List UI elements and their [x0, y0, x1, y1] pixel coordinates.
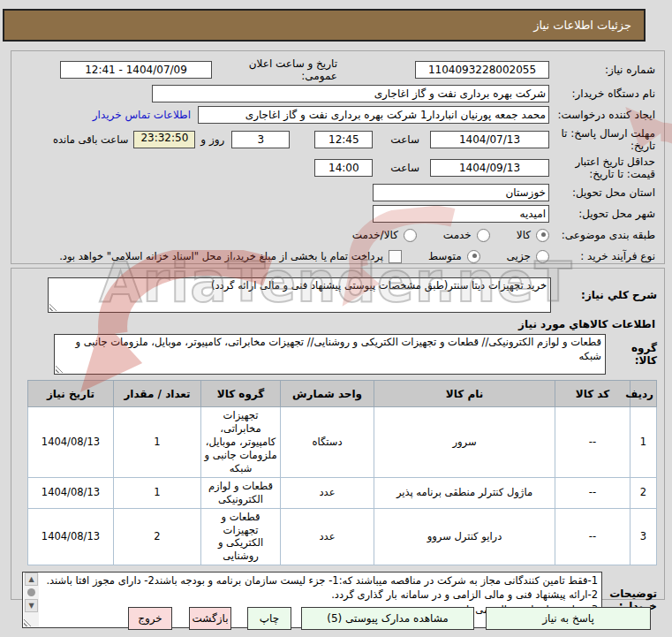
- treasury-docs-checkbox-label: پرداخت تمام یا بخشی از مبلغ خرید،از محل …: [59, 250, 383, 262]
- request-creator-label: ایجاد کننده درخواست:: [549, 109, 655, 121]
- column-header: کد کالا: [555, 381, 630, 407]
- radio-option-label: کالا: [517, 229, 531, 241]
- radio-option[interactable]: متوسط: [428, 250, 480, 263]
- table-cell: قطعات و لوازم الکترونیکی: [201, 477, 281, 508]
- table-cell: تجهیزات مخابراتی، کامپیوتر، موبایل، ملزو…: [201, 407, 281, 478]
- description-textarea[interactable]: خرید تجهیزات دیتا سنتر(طبق مشخصات پیوستی…: [48, 277, 551, 313]
- remaining-days-input[interactable]: [231, 131, 290, 148]
- table-row: 1--سروردستگاهتجهیزات مخابراتی، کامپیوتر،…: [28, 407, 657, 478]
- announce-datetime-label: تاریخ و ساعت اعلان عمومی:: [212, 57, 337, 82]
- column-header: تعداد / مقدار: [114, 381, 201, 407]
- table-cell: --: [555, 407, 630, 478]
- purchase-type-options: جزییمتوسط: [402, 250, 549, 263]
- need-number-label: شماره نیاز:: [549, 64, 655, 76]
- items-table-head-row: ردیفکد کالانام کالاواحد شمارشگروه کالاتع…: [28, 381, 657, 407]
- print-button[interactable]: چاپ: [247, 607, 291, 630]
- scrollbar-thumb[interactable]: [27, 588, 35, 596]
- items-table: ردیفکد کالانام کالاواحد شمارشگروه کالاتع…: [27, 380, 657, 565]
- purchase-type-row: نوع فرآیند خرید : جزییمتوسط پرداخت تمام …: [20, 246, 655, 266]
- column-header: نام کالا: [374, 381, 555, 407]
- radio-unselected-icon[interactable]: [536, 250, 549, 263]
- price-validity-label: حداقل تاریخ اعتبار قیمت: تا تاریخ:: [549, 155, 655, 181]
- radio-option-label: خدمت: [443, 229, 472, 241]
- city-input[interactable]: [373, 205, 549, 223]
- table-cell: 2: [114, 508, 201, 565]
- table-cell: ماژول کنترلر منطقی برنامه پذیر: [374, 477, 555, 508]
- description-row: شرح كلي نیاز: خرید تجهیزات دیتا سنتر(طبق…: [19, 277, 657, 313]
- table-row: 3--درایو کنترل سرووعددقطعات و تجهیزات ال…: [28, 508, 657, 565]
- table-cell: 1404/08/13: [28, 477, 114, 508]
- countdown-label: ساعت باقی مانده: [53, 133, 128, 146]
- view-attachments-button[interactable]: مشاهده مدارک پیوستی (5): [301, 607, 474, 630]
- items-table-body: 1--سروردستگاهتجهیزات مخابراتی، کامپیوتر،…: [28, 407, 657, 565]
- goods-group-label: گروه کالا:: [606, 342, 657, 367]
- reply-to-need-button[interactable]: پاسخ به نیاز: [486, 607, 651, 630]
- radio-unselected-icon[interactable]: [404, 229, 417, 242]
- back-button[interactable]: بازگشت: [189, 607, 231, 630]
- table-cell: قطعات و تجهیزات الکتریکی و روشنایی: [201, 508, 281, 565]
- radio-unselected-icon[interactable]: [477, 229, 490, 242]
- column-header: واحد شمارش: [281, 381, 374, 407]
- city-row: شهر محل تحویل:: [20, 204, 655, 224]
- price-validity-time-input[interactable]: [314, 159, 373, 177]
- reply-deadline-time-input[interactable]: [314, 131, 373, 148]
- page-title: جزئیات اطلاعات نیاز: [533, 19, 631, 32]
- reply-deadline-hour-label: ساعت: [390, 133, 419, 146]
- announce-datetime-input[interactable]: [60, 61, 212, 79]
- table-cell: عدد: [281, 508, 374, 565]
- province-input[interactable]: [373, 184, 549, 201]
- radio-selected-icon[interactable]: [536, 229, 549, 242]
- reply-deadline-label: مهلت ارسال پاسخ: تا تاریخ:: [549, 127, 655, 153]
- table-cell: دستگاه: [281, 407, 374, 478]
- goods-info-panel: شرح كلي نیاز: خرید تجهیزات دیتا سنتر(طبق…: [11, 268, 665, 600]
- radio-selected-icon[interactable]: [467, 250, 480, 263]
- goods-group-textarea[interactable]: قطعات و لوازم الکترونیکی// قطعات و تجهیز…: [54, 334, 606, 375]
- subject-class-row: طبقه بندی موضوعی: کالاخدمتکالا/خدمت: [20, 225, 655, 245]
- buyer-org-label: نام دستگاه خریدار:: [549, 87, 655, 100]
- treasury-docs-checkbox[interactable]: [389, 250, 402, 263]
- reply-deadline-date-input[interactable]: [430, 131, 549, 148]
- radio-option[interactable]: کالا: [517, 229, 549, 242]
- buyer-org-input[interactable]: [152, 85, 549, 102]
- column-header: ردیف: [630, 381, 657, 407]
- radio-option-label: جزیی: [507, 250, 531, 262]
- table-cell: --: [555, 477, 630, 508]
- table-cell: درایو کنترل سروو: [374, 508, 555, 565]
- request-creator-row: ایجاد کننده درخواست: اطلاعات تماس خریدار: [20, 105, 655, 125]
- description-label: شرح كلي نیاز:: [551, 289, 657, 301]
- table-cell: 1: [114, 407, 201, 478]
- need-number-input[interactable]: [415, 61, 549, 79]
- city-label: شهر محل تحویل:: [549, 208, 655, 220]
- request-creator-input[interactable]: [198, 106, 549, 124]
- countdown-timer: 23:32:50: [133, 131, 195, 148]
- subject-class-label: طبقه بندی موضوعی:: [549, 229, 655, 241]
- radio-option[interactable]: خدمت: [443, 229, 490, 242]
- table-cell: --: [555, 508, 630, 565]
- radio-option[interactable]: جزیی: [507, 250, 549, 263]
- table-row: 2--ماژول کنترلر منطقی برنامه پذیرعددقطعا…: [28, 477, 657, 508]
- request-info-panel: شماره نیاز: تاریخ و ساعت اعلان عمومی: نا…: [11, 50, 665, 264]
- goods-group-row: گروه کالا: قطعات و لوازم الکترونیکی// قط…: [19, 334, 657, 375]
- table-cell: 2: [630, 477, 657, 508]
- price-validity-date-input[interactable]: [430, 159, 549, 177]
- radio-option[interactable]: کالا/خدمت: [352, 229, 417, 242]
- table-cell: سرور: [374, 407, 555, 478]
- buyer-contact-link[interactable]: اطلاعات تماس خریدار: [93, 109, 191, 121]
- table-cell: 1404/08/13: [28, 508, 114, 565]
- table-cell: 3: [630, 508, 657, 565]
- table-cell: 1: [630, 407, 657, 478]
- radio-option-label: متوسط: [428, 250, 462, 262]
- action-buttons-row: پاسخ به نیاز مشاهده مدارک پیوستی (5) چاپ…: [0, 607, 651, 630]
- scroll-up-icon[interactable]: ▲: [25, 573, 38, 586]
- exit-button[interactable]: خروج: [128, 607, 172, 630]
- buyer-org-row: نام دستگاه خریدار:: [20, 84, 655, 103]
- table-cell: 1: [114, 477, 201, 508]
- province-row: استان محل تحویل:: [20, 183, 655, 202]
- table-cell: 1404/08/13: [28, 407, 114, 478]
- column-header: گروه کالا: [201, 381, 281, 407]
- price-validity-hour-label: ساعت: [390, 162, 419, 174]
- page: جزئیات اطلاعات نیاز شماره نیاز: تاریخ و …: [0, 0, 672, 637]
- subject-class-options: کالاخدمتکالا/خدمت: [326, 229, 549, 242]
- price-validity-row: حداقل تاریخ اعتبار قیمت: تا تاریخ: ساعت: [20, 155, 655, 181]
- page-title-bar: جزئیات اطلاعات نیاز: [3, 9, 646, 42]
